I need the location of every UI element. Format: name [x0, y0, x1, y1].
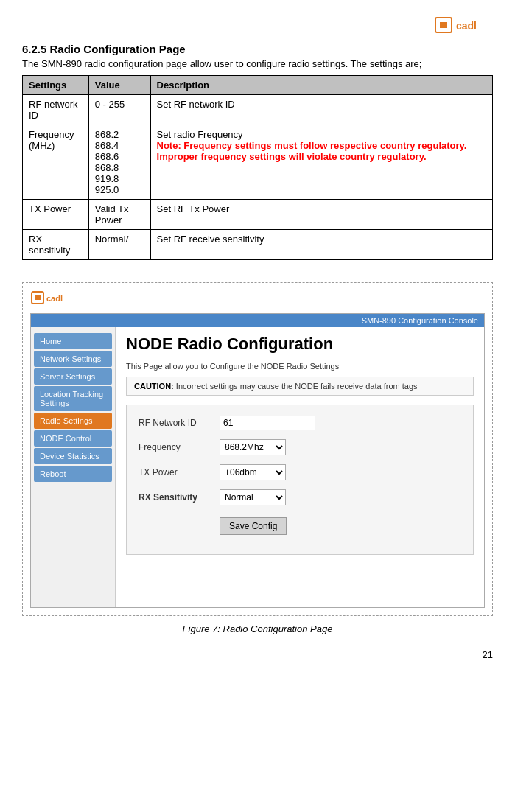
- cadl-logo-console: cadl: [30, 290, 74, 307]
- setting-name: TX Power: [23, 200, 89, 230]
- frequency-label: Frequency: [139, 442, 220, 452]
- setting-value: 0 - 255: [88, 95, 150, 125]
- rf-network-id-row: RF Network ID: [139, 416, 461, 430]
- col-header-description: Description: [150, 76, 492, 95]
- setting-value: Valid Tx Power: [88, 200, 150, 230]
- setting-name: RF network ID: [23, 95, 89, 125]
- frequency-select[interactable]: 868.2Mhz 868.4Mhz 868.6Mhz 868.8Mhz 919.…: [220, 439, 286, 455]
- tx-power-row: TX Power +06dbm +10dbm +14dbm: [139, 464, 461, 480]
- rf-network-id-label: RF Network ID: [139, 418, 220, 428]
- section-heading: 6.2.5 Radio Configuration Page: [22, 43, 493, 55]
- caution-label: CAUTION:: [134, 382, 174, 391]
- page-number: 21: [22, 649, 493, 660]
- console-body: Home Network Settings Server Settings Lo…: [31, 327, 484, 607]
- frequency-note: Note: Frequency settings must follow res…: [157, 140, 467, 162]
- svg-text:cadl: cadl: [456, 20, 477, 32]
- tx-power-select[interactable]: +06dbm +10dbm +14dbm: [220, 464, 286, 480]
- caution-text: Incorrect settings may cause the NODE fa…: [176, 382, 418, 391]
- col-header-value: Value: [88, 76, 150, 95]
- sidebar-item-server-settings[interactable]: Server Settings: [34, 368, 112, 385]
- sidebar-item-reboot[interactable]: Reboot: [34, 466, 112, 482]
- setting-value: Normal/: [88, 230, 150, 260]
- tx-power-label: TX Power: [139, 467, 220, 477]
- save-button-row: Save Config: [139, 514, 461, 535]
- setting-description: Set radio Frequency Note: Frequency sett…: [150, 125, 492, 200]
- rf-network-id-input[interactable]: [220, 416, 315, 430]
- console-box: SMN-890 Configuration Console Home Netwo…: [30, 313, 485, 608]
- setting-name: Frequency(MHz): [23, 125, 89, 200]
- sidebar-item-home[interactable]: Home: [34, 333, 112, 349]
- setting-description: Set RF Tx Power: [150, 200, 492, 230]
- settings-table: Settings Value Description RF network ID…: [22, 75, 493, 260]
- console-screenshot: cadl SMN-890 Configuration Console Home …: [22, 282, 493, 616]
- svg-text:cadl: cadl: [46, 294, 63, 303]
- console-sidebar: Home Network Settings Server Settings Lo…: [31, 327, 116, 607]
- sidebar-item-node-control[interactable]: NODE Control: [34, 430, 112, 447]
- caution-box: CAUTION: Incorrect settings may cause th…: [126, 377, 474, 396]
- top-logo-area: cadl: [22, 15, 493, 35]
- console-page-title: NODE Radio Configuration: [126, 335, 474, 357]
- console-main: NODE Radio Configuration This Page allow…: [116, 327, 484, 607]
- table-row: RX sensitivity Normal/ Set RF receive se…: [23, 230, 493, 260]
- col-header-settings: Settings: [23, 76, 89, 95]
- figure-caption: Figure 7: Radio Configuration Page: [22, 623, 493, 634]
- setting-description: Set RF receive sensitivity: [150, 230, 492, 260]
- cadl-logo-top: cadl: [434, 15, 493, 35]
- frequency-desc-text: Set radio Frequency: [157, 129, 243, 140]
- rx-sensitivity-select[interactable]: Normal High: [220, 489, 286, 505]
- sidebar-item-device-statistics[interactable]: Device Statistics: [34, 448, 112, 464]
- svg-rect-1: [440, 22, 447, 28]
- console-logo-row: cadl: [30, 290, 485, 309]
- table-row: RF network ID 0 - 255 Set RF network ID: [23, 95, 493, 125]
- setting-value: 868.2868.4868.6868.8919.8925.0: [88, 125, 150, 200]
- setting-name: RX sensitivity: [23, 230, 89, 260]
- sidebar-item-radio-settings[interactable]: Radio Settings: [34, 413, 112, 429]
- setting-description: Set RF network ID: [150, 95, 492, 125]
- svg-rect-4: [35, 295, 41, 300]
- sidebar-item-network-settings[interactable]: Network Settings: [34, 351, 112, 367]
- rx-sensitivity-row: RX Sensitivity Normal High: [139, 489, 461, 505]
- sidebar-item-location-tracking[interactable]: Location Tracking Settings: [34, 386, 112, 411]
- section-intro: The SMN-890 radio configuration page all…: [22, 58, 493, 69]
- rx-sensitivity-label: RX Sensitivity: [139, 492, 220, 503]
- table-row: TX Power Valid Tx Power Set RF Tx Power: [23, 200, 493, 230]
- radio-config-form: RF Network ID Frequency 868.2Mhz 868.4Mh…: [126, 405, 474, 555]
- frequency-row: Frequency 868.2Mhz 868.4Mhz 868.6Mhz 868…: [139, 439, 461, 455]
- save-config-button[interactable]: Save Config: [220, 517, 287, 535]
- console-header-bar: SMN-890 Configuration Console: [31, 314, 484, 327]
- table-row: Frequency(MHz) 868.2868.4868.6868.8919.8…: [23, 125, 493, 200]
- console-page-subtitle: This Page allow you to Configure the NOD…: [126, 362, 474, 371]
